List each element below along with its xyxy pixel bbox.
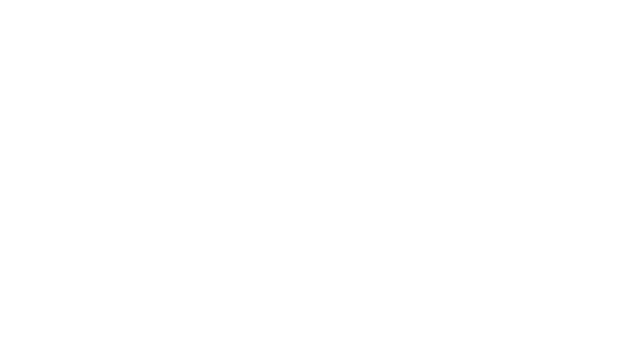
diagram-container: [0, 0, 644, 348]
